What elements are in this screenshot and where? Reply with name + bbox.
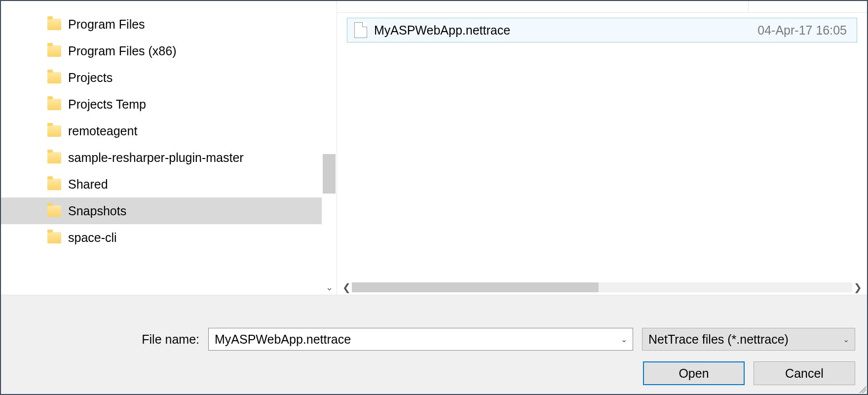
folder-icon — [47, 19, 61, 30]
cancel-button[interactable]: Cancel — [754, 361, 855, 385]
folder-label: remoteagent — [68, 124, 137, 138]
folder-label: Projects Temp — [68, 97, 146, 112]
folder-label: space-cli — [68, 231, 117, 245]
file-name-row: File name: ⌄ NetTrace files (*.nettrace)… — [13, 328, 855, 351]
file-icon — [354, 22, 367, 38]
folder-tree-panel: Program Files Program Files (x86) Projec… — [1, 1, 337, 295]
scrollbar-thumb[interactable] — [352, 282, 599, 292]
folder-tree-item[interactable]: Program Files (x86) — [1, 38, 322, 64]
file-row-selected[interactable]: MyASPWebApp.nettrace 04-Apr-17 16:05 — [347, 18, 857, 42]
file-name: MyASPWebApp.nettrace — [374, 23, 757, 38]
folder-label: Program Files (x86) — [68, 44, 177, 58]
chevron-left-icon[interactable]: ❮ — [341, 281, 352, 293]
open-button[interactable]: Open — [643, 361, 745, 385]
file-name-input[interactable] — [209, 332, 615, 347]
file-name-combobox[interactable]: ⌄ — [208, 328, 633, 351]
file-name-label: File name: — [13, 332, 199, 347]
button-label: Cancel — [785, 366, 824, 381]
folder-tree-item[interactable]: space-cli — [1, 224, 322, 251]
folder-label: Program Files — [68, 17, 145, 32]
file-list-header[interactable] — [337, 1, 867, 13]
file-list[interactable]: MyASPWebApp.nettrace 04-Apr-17 16:05 — [337, 13, 867, 280]
folder-tree-item[interactable]: sample-resharper-plugin-master — [1, 144, 322, 171]
chevron-down-icon[interactable]: ⌄ — [322, 283, 337, 292]
scrollbar-thumb[interactable] — [323, 154, 336, 194]
folder-label: sample-resharper-plugin-master — [68, 151, 244, 165]
file-type-combobox[interactable]: NetTrace files (*.nettrace) ⌄ — [642, 328, 855, 351]
folder-tree-item[interactable]: Projects — [1, 64, 322, 91]
folder-icon — [47, 45, 61, 57]
folder-tree-item[interactable]: Shared — [1, 171, 322, 198]
scrollbar-track[interactable] — [352, 282, 852, 292]
folder-icon — [47, 99, 61, 110]
chevron-right-icon[interactable]: ❯ — [852, 281, 863, 293]
folder-icon — [47, 205, 61, 217]
folder-icon — [47, 72, 61, 83]
dialog-footer: File name: ⌄ NetTrace files (*.nettrace)… — [1, 295, 867, 394]
file-list-horizontal-scrollbar[interactable]: ❮ ❯ — [337, 280, 867, 295]
folder-icon — [47, 232, 61, 243]
folder-label: Shared — [68, 177, 108, 192]
folder-tree-item[interactable]: remoteagent — [1, 118, 322, 144]
folder-icon — [47, 179, 61, 190]
dialog-body: Program Files Program Files (x86) Projec… — [1, 1, 867, 295]
file-date: 04-Apr-17 16:05 — [757, 23, 850, 38]
folder-icon — [47, 152, 61, 163]
folder-tree-item-selected[interactable]: Snapshots — [1, 198, 322, 224]
folder-tree-item[interactable]: Projects Temp — [1, 91, 322, 118]
tree-vertical-scrollbar[interactable]: ⌄ — [322, 1, 337, 295]
resize-grip-icon[interactable] — [857, 384, 866, 393]
folder-tree-item[interactable]: Program Files — [1, 11, 322, 38]
folder-label: Projects — [68, 71, 113, 85]
chevron-down-icon[interactable]: ⌄ — [837, 335, 855, 344]
folder-tree[interactable]: Program Files Program Files (x86) Projec… — [1, 1, 322, 295]
file-open-dialog: Program Files Program Files (x86) Projec… — [0, 0, 868, 395]
file-type-label: NetTrace files (*.nettrace) — [648, 332, 789, 347]
dialog-buttons: Open Cancel — [13, 361, 855, 385]
chevron-down-icon[interactable]: ⌄ — [615, 335, 633, 344]
column-separator[interactable] — [748, 1, 749, 12]
folder-label: Snapshots — [68, 204, 126, 218]
file-list-panel: MyASPWebApp.nettrace 04-Apr-17 16:05 ❮ ❯ — [337, 1, 867, 295]
folder-icon — [47, 125, 61, 137]
button-label: Open — [679, 366, 709, 381]
